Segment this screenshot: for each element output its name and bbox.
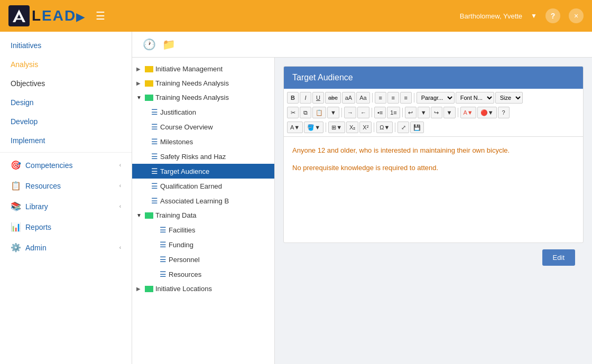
bold-button[interactable]: B bbox=[287, 92, 299, 104]
help-button[interactable]: ? bbox=[545, 8, 560, 23]
outdent-button[interactable]: ← bbox=[357, 107, 369, 118]
arrow-milestones bbox=[143, 139, 149, 145]
hamburger-menu[interactable]: ☰ bbox=[96, 10, 105, 22]
italic-button[interactable]: I bbox=[300, 92, 311, 104]
numbered-list-button[interactable]: 1≡ bbox=[387, 107, 400, 118]
arrow-tna-1: ▶ bbox=[136, 80, 143, 86]
font-size-up-button[interactable]: aA bbox=[342, 92, 355, 104]
sidebar-item-admin[interactable]: ⚙️ Admin ‹ bbox=[0, 237, 132, 258]
sep-3 bbox=[341, 108, 342, 117]
main-layout: Initiatives Analysis Objectives Design D… bbox=[0, 32, 592, 364]
competencies-icon: 🎯 bbox=[11, 160, 21, 170]
sidebar-divider bbox=[0, 152, 132, 153]
history-icon[interactable]: 🕐 bbox=[143, 38, 156, 51]
copy-button[interactable]: ⧉ bbox=[300, 107, 311, 118]
undo-button[interactable]: ↩ bbox=[405, 107, 417, 118]
paste-button[interactable]: 📋 bbox=[312, 107, 326, 118]
tree-item-safety-risks[interactable]: ☰ Safety Risks and Haz bbox=[132, 149, 274, 164]
tree-item-personnel[interactable]: ☰ Personnel bbox=[132, 252, 274, 267]
align-right-button[interactable]: ≡ bbox=[400, 92, 412, 104]
highlight-color-button[interactable]: A▼ bbox=[460, 107, 476, 118]
sidebar-item-initiatives[interactable]: Initiatives bbox=[0, 36, 132, 55]
user-name[interactable]: Bartholomew, Yvette bbox=[460, 12, 522, 20]
user-dropdown-arrow[interactable]: ▼ bbox=[531, 12, 537, 20]
nav-right: Bartholomew, Yvette ▼ ? × bbox=[460, 8, 584, 23]
tree-item-tna-2[interactable]: ▼ Training Needs Analysis bbox=[132, 90, 274, 105]
tna-1-label: Training Needs Analysis bbox=[155, 79, 270, 87]
library-icon: 📚 bbox=[11, 201, 21, 211]
content-line-1: Anyone 12 and older, who is interested i… bbox=[292, 145, 575, 156]
tree-item-training-data[interactable]: ▼ Training Data bbox=[132, 208, 274, 222]
sidebar-item-library[interactable]: 📚 Library ‹ bbox=[0, 196, 132, 217]
objectives-label: Objectives bbox=[11, 79, 45, 88]
align-left-button[interactable]: ≡ bbox=[375, 92, 386, 104]
resources-icon: 📋 bbox=[11, 181, 21, 191]
sidebar-item-reports[interactable]: 📊 Reports bbox=[0, 217, 132, 237]
underline-button[interactable]: U bbox=[312, 92, 324, 104]
content-line-2: No prerequisite knowledge is required to… bbox=[292, 163, 575, 174]
sidebar-item-develop[interactable]: Develop bbox=[0, 112, 132, 131]
align-center-button[interactable]: ≡ bbox=[387, 92, 399, 104]
doc-icon-justification: ☰ bbox=[151, 108, 158, 116]
tree-item-justification[interactable]: ☰ Justification bbox=[132, 105, 274, 119]
tree-item-target-audience[interactable]: ☰ Target Audience bbox=[132, 164, 274, 179]
undo-dropdown-button[interactable]: ▼ bbox=[418, 107, 430, 118]
bullet-list-button[interactable]: •≡ bbox=[374, 107, 386, 118]
paint-bucket-button[interactable]: 🪣▼ bbox=[304, 122, 323, 133]
redo-button[interactable]: ↪ bbox=[431, 107, 442, 118]
design-label: Design bbox=[11, 98, 34, 107]
doc-icon-facilities: ☰ bbox=[160, 226, 166, 234]
sep-1 bbox=[372, 93, 373, 102]
bg-color-button[interactable]: 🔴▼ bbox=[477, 107, 497, 118]
tree-item-associated-learning[interactable]: ☰ Associated Learning B bbox=[132, 193, 274, 208]
tree-item-course-overview[interactable]: ☰ Course Overview bbox=[132, 119, 274, 134]
edit-button[interactable]: Edit bbox=[542, 249, 575, 266]
editor-header: Target Audience bbox=[284, 67, 583, 89]
close-button[interactable]: × bbox=[569, 8, 584, 23]
expand-button[interactable]: ⤢ bbox=[397, 122, 409, 133]
tree-item-facilities[interactable]: ☰ Facilities bbox=[132, 222, 274, 237]
arrow-initiative-mgmt: ▶ bbox=[136, 66, 143, 72]
paste-dropdown-button[interactable]: ▼ bbox=[327, 107, 339, 118]
cut-button[interactable]: ✂ bbox=[287, 107, 299, 118]
save-toolbar-button[interactable]: 💾 bbox=[410, 122, 424, 133]
strikethrough-button[interactable]: abc bbox=[325, 92, 341, 104]
tree-item-initiative-mgmt[interactable]: ▶ Initiative Management bbox=[132, 62, 274, 76]
omega-button[interactable]: Ω▼ bbox=[376, 122, 393, 133]
sidebar-item-competencies[interactable]: 🎯 Competencies ‹ bbox=[0, 155, 132, 175]
font-case-button[interactable]: Aa bbox=[356, 92, 369, 104]
sep-6 bbox=[458, 108, 458, 117]
sep-7 bbox=[326, 123, 326, 132]
tree-item-resources-tree[interactable]: ☰ Resources bbox=[132, 267, 274, 282]
indent-button[interactable]: → bbox=[344, 107, 356, 118]
funding-label: Funding bbox=[169, 241, 270, 249]
svg-rect-6 bbox=[145, 286, 153, 292]
tree-item-initiative-locations[interactable]: ▶ Initiative Locations bbox=[132, 282, 274, 296]
sidebar-item-implement[interactable]: Implement bbox=[0, 131, 132, 150]
competencies-label: Competencies bbox=[25, 161, 73, 170]
sidebar-item-resources[interactable]: 📋 Resources ‹ bbox=[0, 175, 132, 196]
tree-item-qualification-earned[interactable]: ☰ Qualification Earned bbox=[132, 179, 274, 193]
table-button[interactable]: ⊞▼ bbox=[328, 122, 345, 133]
doc-icon-target-audience: ☰ bbox=[151, 167, 158, 175]
font-size-select[interactable]: Size bbox=[495, 92, 523, 104]
font-name-select[interactable]: Font N... bbox=[456, 92, 494, 104]
sidebar-item-design[interactable]: Design bbox=[0, 93, 132, 112]
sep-2 bbox=[414, 93, 414, 102]
folder-icon[interactable]: 📁 bbox=[162, 38, 175, 51]
sidebar-item-analysis[interactable]: Analysis bbox=[0, 55, 132, 74]
reports-label: Reports bbox=[25, 223, 51, 231]
redo-dropdown-button[interactable]: ▼ bbox=[443, 107, 456, 118]
font-color-button[interactable]: A▼ bbox=[287, 122, 303, 133]
tree-item-milestones[interactable]: ☰ Milestones bbox=[132, 134, 274, 149]
qualification-earned-label: Qualification Earned bbox=[160, 182, 270, 190]
superscript-button[interactable]: X² bbox=[359, 122, 372, 133]
subscript-button[interactable]: X₂ bbox=[346, 122, 358, 133]
tree-item-tna-1[interactable]: ▶ Training Needs Analysis bbox=[132, 76, 274, 90]
help-toolbar-button[interactable]: ? bbox=[498, 107, 510, 118]
tree-item-funding[interactable]: ☰ Funding bbox=[132, 237, 274, 252]
resources-tree-label: Resources bbox=[169, 270, 270, 278]
sidebar-item-objectives[interactable]: Objectives bbox=[0, 74, 132, 93]
paragraph-select[interactable]: Paragr... bbox=[417, 92, 455, 104]
admin-label: Admin bbox=[25, 244, 47, 252]
